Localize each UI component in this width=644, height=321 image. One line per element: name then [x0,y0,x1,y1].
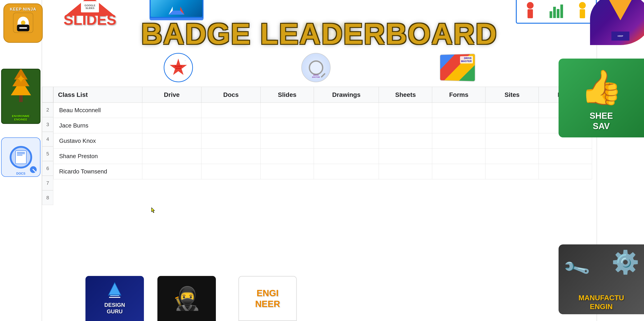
sheets-saver-icon: 👍 SHEESAV [558,59,644,137]
col-header-docs: Docs [201,87,260,103]
cell-sites[interactable] [486,133,539,149]
student-name-cell: Gustavo Knox [54,133,142,149]
table-row[interactable]: Beau Mcconnell [54,103,592,118]
table-row[interactable]: Jace Burns [54,118,592,133]
col-header-sites: Sites [486,87,539,103]
row-num-3: 3 [42,117,53,132]
col-header-slides: Slides [260,87,314,103]
student-name-cell: Beau Mcconnell [54,103,142,118]
env-engineer-label: ENVIRONMEENGINEE [2,114,40,121]
cell-slides[interactable] [260,118,314,133]
cell-drawings[interactable] [314,133,379,149]
cell-docs[interactable] [201,164,260,179]
design-guru-label: DESIGNGURU [104,302,125,315]
cell-forms[interactable] [432,118,486,133]
cell-forms[interactable] [432,133,486,149]
row-num-header [42,87,53,102]
student-name-cell: Jace Burns [54,118,142,133]
cell-drive[interactable] [142,103,201,118]
row-num-6: 6 [42,161,53,176]
cell-forms[interactable] [432,103,486,118]
cell-sheets[interactable] [379,149,432,164]
row-num-2: 2 [42,102,53,117]
keep-ninja-icon: KEEP NINJA [3,3,43,43]
table-row[interactable]: Shane Preston [54,149,592,164]
student-name-cell: Ricardo Townsend [54,164,142,179]
drive-app-top [144,0,209,24]
badges-row: SLIDESSTAR DOCSDOCTOR DRIVEMASTER [42,50,596,86]
cell-drive[interactable] [142,118,201,133]
col-header-forms: Forms [432,87,486,103]
main-content: BADGE BADGE LEADERBOARD SLIDESSTAR [42,0,597,321]
cell-sheets[interactable] [379,118,432,133]
slides-top-icon: GOOGLESLIDES SLIDES [58,0,122,25]
drive-master-badge: DRIVEMASTER [439,54,475,81]
bottom-center-icon: 🥷 [158,276,216,321]
title-section: BADGE LEADERBOARD [42,0,596,50]
bottom-right-icon: ENGINEER [238,276,297,321]
cell-docs[interactable] [201,149,260,164]
row-num-5: 5 [42,146,53,161]
slides-star-badge: SLIDESSTAR [164,53,193,82]
design-guru-icon: DESIGNGURU [86,276,144,321]
cell-drawings[interactable] [314,103,379,118]
manufacture-engineer-icon: ⚙️ 🔧 MANUFACTUENGIN [558,244,644,314]
cell-drive[interactable] [142,164,201,179]
docs-doctor-badge: DOCSDOCTOR [301,53,330,82]
cell-drawings[interactable] [314,164,379,179]
row-num-8: 8 [42,190,53,205]
manufacture-label: MANUFACTUENGIN [578,293,624,311]
cell-slides[interactable] [260,103,314,118]
environment-engineer-icon: ✦ ENVIRONMEENGINEE [1,69,40,124]
cell-docs[interactable] [201,103,260,118]
cell-sheets[interactable] [379,164,432,179]
student-name-cell: Shane Preston [54,149,142,164]
cell-sites[interactable] [486,118,539,133]
cell-drawings[interactable] [314,118,379,133]
cell-sheets[interactable] [379,103,432,118]
docs-icon-left: DOCS [1,137,40,177]
table-row[interactable]: Ricardo Townsend [54,164,592,179]
cell-docs[interactable] [201,118,260,133]
row-num-4: 4 [42,132,53,146]
persons-top-icon [516,0,597,24]
header-row: Class List Drive Docs Slides Drawings [54,87,592,103]
cell-drawings[interactable] [314,149,379,164]
cell-slides[interactable] [260,133,314,149]
cell-forms[interactable] [432,149,486,164]
col-header-sheets: Sheets [379,87,432,103]
cell-keep[interactable] [539,164,592,179]
col-header-drawings: Drawings [314,87,379,103]
table-row[interactable]: Gustavo Knox [54,133,592,149]
cell-forms[interactable] [432,164,486,179]
row-num-7: 7 [42,176,53,190]
cell-sites[interactable] [486,149,539,164]
row-numbers-column: 2 3 4 5 6 7 8 [42,87,53,205]
cell-keep[interactable] [539,149,592,164]
cell-slides[interactable] [260,149,314,164]
cell-sites[interactable] [486,164,539,179]
cell-sites[interactable] [486,103,539,118]
cell-drive[interactable] [142,133,201,149]
col-header-class-list: Class List [54,87,142,103]
cell-slides[interactable] [260,164,314,179]
far-right-badge: KEEP [590,0,644,45]
cell-drive[interactable] [142,149,201,164]
keep-ninja-title: KEEP NINJA [10,7,36,12]
col-header-drive: Drive [142,87,201,103]
cell-sheets[interactable] [379,133,432,149]
sheets-saver-label: SHEESAV [590,111,613,131]
cell-docs[interactable] [201,133,260,149]
